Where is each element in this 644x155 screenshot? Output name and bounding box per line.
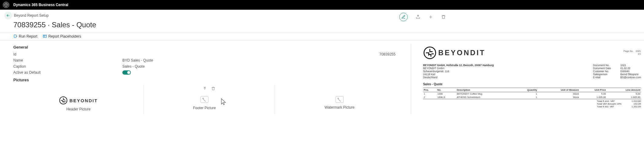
footer-picture-label: Footer Picture [193,106,216,110]
total-label: Total VAT Amount 19% [597,103,622,105]
caption-label: Caption [13,64,122,69]
addr-line: BEYONDIT GmbH [423,67,494,70]
caption-value: Sales - Quote [122,64,405,69]
page-header: Beyond Report Setup [0,10,644,19]
meta-label: Salesperson [593,73,614,76]
svg-point-4 [424,47,436,59]
total-label: Total € excl. VAT [597,100,615,103]
total-label: Total € incl. VAT [597,105,614,108]
table-row: 11000BEYONDIT Coffee Mug1Stück5,005,00 [423,92,641,96]
logo-text: BEYONDIT [69,98,98,103]
preview-lines-table: Pos. No. Description Quantity Unit of Me… [423,88,641,99]
col-desc: Description [456,88,514,92]
id-label: Id [13,52,122,56]
action-toolbar: Run Report Report Placeholders [0,32,644,41]
meta-label: Document Date [593,67,614,70]
delete-picture-icon[interactable] [211,86,215,91]
name-value: BYD Sales - Quote [122,58,405,62]
watermark-picture-box: Watermark Picture [274,85,405,114]
share-icon[interactable] [416,15,420,19]
meta-value: Bernd Skiopursi [620,73,639,76]
meta-value: BS@contoso.com [620,76,641,79]
addr-line: 24118 Kiel [423,73,494,76]
col-qty: Quantity [514,88,538,92]
app-title: Dynamics 365 Business Central [13,3,68,7]
col-pos: Pos. [423,88,437,92]
svg-rect-1 [14,35,16,38]
active-toggle[interactable] [122,70,131,75]
id-value: 70839255 [122,52,405,56]
preview-page-number: Page No. 1021 1/1 [623,50,641,56]
section-general: General [13,45,405,49]
upload-icon[interactable] [203,86,207,91]
section-pictures: Pictures [13,78,405,82]
col-uom: Unit of Measure [538,88,579,92]
delete-icon[interactable] [441,15,446,19]
meta-value: D00040 [620,70,629,73]
preview-address: BEYONDIT GmbH, Hofstraße 12, Benroth, 20… [423,64,494,79]
run-report-action[interactable]: Run Report [13,34,37,39]
meta-value: 1021 [620,64,626,67]
page-no-value: 1021 [636,50,641,52]
addr-line: Schauenburgerstr. 116 [423,70,494,73]
report-preview: BEYONDIT Page No. 1021 1/1 BEYONDIT GmbH… [411,44,644,114]
breadcrumb: Beyond Report Setup [14,13,49,18]
col-price: Unit Price [579,88,606,92]
page-fraction: 1/1 [623,53,641,56]
meta-value: 01.02.22 [620,67,630,70]
page-actions [399,13,446,21]
table-row: 21896-SATHENS Schreibtisch1Stück1.005,80… [423,96,641,99]
edit-button[interactable] [399,13,408,21]
col-no: No. [437,88,456,92]
preview-logo-text: BEYONDIT [438,49,486,57]
header-picture-box: BEYONDIT Header Picture [13,85,144,114]
back-button[interactable] [4,12,12,19]
total-value: 1.010,80 [632,100,641,103]
app-launcher-icon[interactable] [3,2,9,8]
footer-picture-box: Footer Picture [144,85,274,114]
col-amount: Line Amount [606,88,641,92]
page-no-label: Page No. [623,50,633,52]
svg-point-3 [60,97,67,104]
report-placeholders-action[interactable]: Report Placeholders [43,34,81,39]
total-value: 192,05 [634,103,641,105]
watermark-picture-label: Watermark Picture [324,105,354,110]
new-icon[interactable] [428,15,433,19]
cursor-icon [220,98,227,106]
preview-company: BEYONDIT GmbH, Hofstraße 12, Benroth, 20… [423,64,494,67]
page-title: 70839255 · Sales - Quote [0,19,644,32]
svg-rect-2 [43,35,47,37]
meta-label: E-Mail [593,76,614,79]
total-value: 1.202,85 [632,105,641,108]
meta-label: Customer No. [593,70,614,73]
footer-placeholder-icon[interactable] [201,96,208,103]
name-label: Name [13,58,122,62]
addr-line: Deutschland [423,76,494,79]
pictures-row: BEYONDIT Header Picture Footer Picture [13,85,405,114]
preview-totals: Total € excl. VAT1.010,80 Total VAT Amou… [597,100,641,108]
top-bar: Dynamics 365 Business Central [0,0,644,10]
run-report-label: Run Report [19,34,37,39]
report-placeholders-label: Report Placeholders [48,34,81,39]
preview-doc-title: Sales - Quote [423,83,641,86]
preview-doc-meta: Document No.1021 Document Date01.02.22 C… [593,64,641,79]
main-form: General Id 70839255 Name BYD Sales - Quo… [13,44,411,114]
header-picture-label: Header Picture [66,107,91,111]
header-picture-image: BEYONDIT [59,96,98,105]
meta-label: Document No. [593,64,614,67]
active-label: Active as Default [13,70,122,76]
preview-logo: BEYONDIT [423,46,486,59]
watermark-placeholder-icon[interactable] [336,96,344,103]
